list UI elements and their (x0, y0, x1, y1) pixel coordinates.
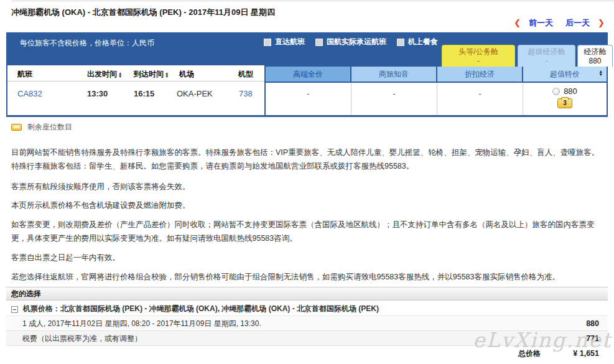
selection-section-header: 您的选择 (6, 287, 608, 301)
seats-legend: 剩余座位数目 (11, 122, 72, 133)
col-aircraft: 机型 (238, 69, 253, 80)
tax-row-label: 税费（以出票税率为准，或有调整） (22, 331, 142, 346)
flight-number-link[interactable]: CA832 (17, 89, 42, 98)
fare-col-special-price[interactable]: 超值特价 ▲▼ (523, 67, 607, 82)
checkbox-icon[interactable] (264, 39, 271, 46)
seats-legend-label: 剩余座位数目 (27, 122, 72, 133)
tab-economy-class[interactable]: 经济舱 880 (577, 45, 613, 67)
fare-premium-full-value: - (266, 83, 351, 115)
airport-pair: OKA-PEK (177, 89, 213, 98)
notice-segment-order: 客票所有航段须按顺序使用，否则该客票将会失效。 (11, 180, 603, 194)
fare-col-discount-economy: 折扣经济 (437, 67, 522, 82)
tab-first-business-class[interactable]: 头等/公务舱 - (442, 45, 515, 67)
departure-time: 13:30 (87, 89, 108, 98)
fare-select-radio[interactable] (552, 88, 560, 95)
notice-special-service: 目前网站暂不能销售特殊服务及特殊行李额旅客的客票。特殊服务旅客包括：VIP重要旅… (11, 146, 603, 173)
tab-price: - (518, 57, 575, 66)
col-flight: 航班 (17, 69, 32, 80)
special-price-value: 880 (564, 86, 577, 96)
sort-icon[interactable]: ▲▼ (118, 72, 122, 78)
selection-total-row: 总价格 ¥ 1,651 (6, 346, 608, 361)
filter-onboard-meal[interactable]: 机上餐食 (397, 37, 438, 47)
selection-itinerary-row: −机票价格：北京首都国际机场 (PEK) - 冲绳那霸机场 (OKA), 冲绳那… (6, 301, 608, 316)
fare-business-companion-value: - (351, 83, 437, 115)
col-departure-label: 出发时间 (87, 70, 117, 78)
sort-icon[interactable]: ▲▼ (165, 72, 169, 78)
fare-col-premium-full: 高端全价 (266, 67, 350, 82)
notice-price-excludes-fees: 本页所示机票价格不包含机场建设费及燃油附加费。 (11, 198, 603, 212)
top-divider (11, 1, 614, 1)
prev-day-link[interactable]: 前一天 (529, 18, 553, 27)
checkbox-icon[interactable] (315, 39, 323, 46)
fare-col-special-price-label: 超值特价 (550, 70, 580, 78)
notice-validity: 客票自出票之日起一年内有效。 (11, 251, 603, 264)
itinerary-text: 机票价格：北京首都国际机场 (PEK) - 冲绳那霸机场 (OKA), 冲绳那霸… (23, 304, 379, 313)
fare-row: - - - 880 3 (266, 83, 607, 115)
total-price-value: ¥ 1,651 (573, 346, 599, 361)
tab-price: - (442, 57, 514, 66)
tab-price: 880 (578, 57, 612, 66)
sort-icon[interactable]: ▲▼ (599, 70, 603, 76)
col-arrival[interactable]: 到达时间▲▼ (134, 69, 169, 80)
passenger-row-value: 880 (586, 316, 599, 331)
page-title: 冲绳那霸机场 (OKA) - 北京首都国际机场 (PEK) - 2017年11月… (11, 7, 275, 18)
fare-discount-economy-value: - (437, 83, 523, 115)
selection-tax-row: 税费（以出票税率为准，或有调整） 771 (6, 331, 608, 346)
prev-day-arrow-icon[interactable]: ❮ (514, 18, 521, 27)
price-note: 每位旅客不含税价格，价格单位：人民币 (20, 38, 154, 49)
tax-row-value: 771 (586, 331, 599, 346)
fare-table-block: 每位旅客不含税价格，价格单位：人民币 直达航班 国航实际承运航班 机上餐食 头等… (6, 32, 608, 117)
notice-roundtrip-pricing: 若您选择往返航班，官网将进行价格组合校验，部分销售价格可能由于组合限制无法销售，… (11, 270, 603, 284)
seat-tag-icon (11, 124, 22, 131)
filter-label: 机上餐食 (408, 37, 438, 47)
aircraft-type-link[interactable]: 738 (239, 89, 253, 98)
day-navigation: ❮前一天后一天❯ (512, 17, 607, 29)
checkbox-icon[interactable] (397, 39, 404, 46)
flight-filters: 直达航班 国航实际承运航班 机上餐食 (264, 37, 438, 47)
page: 冲绳那霸机场 (OKA) - 北京首都国际机场 (PEK) - 2017年11月… (0, 0, 614, 364)
flight-info-panel: 航班 出发时间▲▼ 到达时间▲▼ 机场 机型 CA832 13:30 16:15… (7, 65, 264, 115)
total-price-label: 总价格 (518, 346, 541, 361)
selection-passenger-row: 1 成人, 2017年11月02日 星期四, 08:20 - 2017年11月0… (6, 316, 608, 331)
tab-label: 超级经济舱 (518, 47, 575, 57)
filter-label: 直达航班 (275, 37, 305, 47)
passenger-row-label: 1 成人, 2017年11月02日 星期四, 08:20 - 2017年11月0… (22, 316, 261, 331)
filter-label: 国航实际承运航班 (327, 37, 386, 47)
tab-premium-economy-class[interactable]: 超级经济舱 - (518, 45, 575, 67)
notice-ticket-changes: 如客票变更，则改期费及差价（产生产品差价）同时收取；网站暂不支持变更国际客票（含… (11, 218, 603, 245)
filter-air-china-operated[interactable]: 国航实际承运航班 (315, 37, 386, 47)
col-arrival-label: 到达时间 (134, 70, 164, 78)
arrival-time: 16:15 (134, 89, 154, 98)
tab-label: 头等/公务舱 (442, 47, 514, 57)
fare-special-price-cell: 880 3 (523, 83, 607, 115)
filter-direct-flight[interactable]: 直达航班 (264, 37, 305, 47)
next-day-link[interactable]: 后一天 (565, 18, 590, 27)
tab-label: 经济舱 (578, 47, 612, 57)
seats-left-tag-icon: 3 (557, 98, 572, 108)
next-day-arrow-icon[interactable]: ❯ (598, 18, 605, 27)
col-departure[interactable]: 出发时间▲▼ (87, 69, 122, 80)
col-airport: 机场 (179, 69, 194, 80)
flight-table-header: 航班 出发时间▲▼ 到达时间▲▼ 机场 机型 (7, 65, 264, 82)
fare-col-business-companion: 商旅知音 (351, 67, 436, 82)
collapse-icon[interactable]: − (11, 306, 18, 313)
